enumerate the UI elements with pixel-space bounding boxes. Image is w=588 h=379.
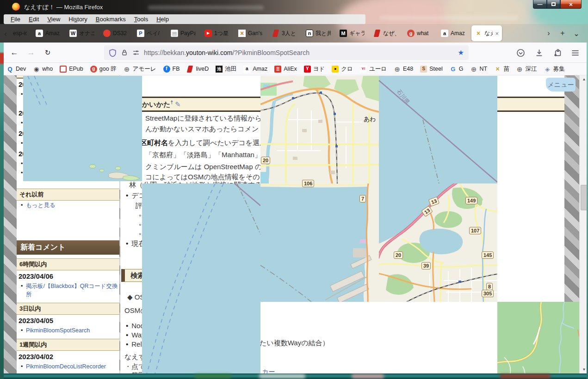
bookmark-item[interactable]: Y! ユーロ bbox=[360, 65, 387, 73]
bookmark-item[interactable]: ⊕ E48 bbox=[394, 66, 413, 73]
browser-tab[interactable]: ▤ PayPa bbox=[167, 25, 201, 41]
sidebar-row[interactable]: 掲示板/【Blackbox】QRコード交換所 bbox=[17, 281, 119, 299]
bookmark-item[interactable]: × 苗 bbox=[494, 65, 509, 73]
sidebar-row: 2023/04/06 bbox=[19, 272, 119, 281]
tab-label: DS32 bbox=[113, 30, 128, 37]
bookmark-label: goo 辞 bbox=[99, 65, 117, 73]
bookmark-item[interactable]: ◉ who bbox=[33, 66, 53, 73]
bookmark-item[interactable]: ⊕ NT bbox=[470, 66, 487, 73]
browser-tab[interactable]: ▶ 1つ星 bbox=[201, 25, 235, 41]
bookmark-item[interactable]: f FB bbox=[163, 66, 180, 73]
page-menu-button[interactable]: メニュー bbox=[546, 78, 576, 92]
bookmark-item[interactable]: G G bbox=[450, 66, 464, 73]
bookmark-item[interactable]: g goo 辞 bbox=[90, 65, 117, 73]
browser-tab[interactable]: n 我と共 bbox=[303, 25, 336, 41]
bookmark-item[interactable]: ⊕ アモーレ bbox=[124, 65, 156, 73]
menu-item[interactable]: Bookmarks bbox=[92, 15, 130, 23]
map-label: 7 bbox=[359, 195, 366, 202]
bookmark-item[interactable]: S Steel bbox=[420, 66, 443, 73]
bookmark-favicon: Y! bbox=[360, 66, 367, 73]
reload-button[interactable]: ↻ bbox=[41, 46, 55, 59]
tab-label: 1つ星 bbox=[214, 30, 229, 37]
bookmark-favicon: Q bbox=[6, 66, 13, 73]
bookmark-favicon: 池 bbox=[216, 66, 223, 73]
bookmark-item[interactable]: 池 池田 bbox=[216, 65, 236, 73]
list-tabs-icon[interactable]: ⌄ bbox=[569, 29, 583, 38]
tab-bar: ‹ esp-ic a Amaz W オナニ DS32 bbox=[0, 24, 588, 43]
tab-scroll-left-icon[interactable]: ‹ bbox=[0, 30, 11, 37]
bookmark-star-icon[interactable]: ★ bbox=[458, 49, 464, 57]
browser-tab[interactable]: × なえ × bbox=[471, 25, 502, 41]
tab-favicon: W bbox=[69, 30, 77, 37]
tab-favicon: g bbox=[407, 30, 415, 37]
browser-tab[interactable]: × Gan's bbox=[235, 25, 269, 41]
tab-label: PayPa bbox=[180, 30, 196, 37]
forward-button[interactable]: → bbox=[24, 46, 38, 59]
sidebar-row[interactable]: PikminBloomSpotSearch bbox=[17, 326, 119, 335]
browser-tab[interactable]: なぜ、 bbox=[370, 25, 404, 41]
map-tile-sea-ferry-routes bbox=[142, 183, 260, 373]
sidebar-row[interactable]: PikminBloomDecoListRecorder bbox=[17, 362, 119, 371]
browser-tab[interactable]: a Amaz bbox=[438, 25, 471, 41]
minimize-button[interactable]: — bbox=[533, 0, 547, 9]
browser-tab[interactable]: a Amaz bbox=[32, 25, 66, 41]
browser-tab[interactable]: 3人と bbox=[269, 25, 303, 41]
menu-item[interactable]: History bbox=[64, 15, 91, 23]
sidebar-row: 1週間以内 bbox=[17, 339, 119, 351]
sidebar-row[interactable]: もっと見る bbox=[17, 201, 119, 210]
menu-item[interactable]: File bbox=[6, 15, 25, 23]
maximize-button[interactable] bbox=[547, 0, 560, 9]
browser-tab[interactable]: M ギャラ bbox=[336, 25, 370, 41]
bookmark-item[interactable]: Q Dev bbox=[6, 66, 26, 73]
bookmark-item[interactable]: ⊕ 深江 bbox=[516, 65, 537, 73]
back-button[interactable]: ← bbox=[7, 46, 21, 59]
tracking-shield-icon[interactable] bbox=[109, 49, 117, 57]
bookmark-item[interactable]: ● クロ bbox=[332, 65, 353, 73]
tab-close-icon[interactable]: × bbox=[495, 30, 499, 37]
pocket-icon[interactable] bbox=[514, 47, 526, 58]
bookmark-label: AliEx bbox=[284, 66, 297, 72]
map-label: 8 bbox=[486, 283, 493, 290]
browser-tab[interactable]: DS32 bbox=[100, 25, 134, 41]
browser-tab[interactable]: P ペイ/ bbox=[134, 25, 167, 41]
bookmark-label: 深江 bbox=[526, 65, 537, 73]
tab-label: Amaz bbox=[451, 30, 466, 37]
map-label: あわ bbox=[364, 115, 376, 123]
menu-item[interactable]: Edit bbox=[25, 15, 43, 23]
bookmark-item[interactable]: liveD bbox=[186, 66, 209, 73]
lock-icon[interactable] bbox=[121, 49, 128, 56]
window-title: なえすぽ！ — Mozilla Firefox bbox=[24, 3, 103, 12]
bookmark-favicon: Y bbox=[304, 66, 311, 73]
text-line: 「京都府」「淡路島」「Manhattan」み bbox=[142, 151, 268, 159]
bookmark-label: Steel bbox=[429, 66, 443, 72]
url-bar[interactable]: https://bekkan.youton-wiki.com/?PikminBl… bbox=[104, 45, 469, 60]
bookmark-item[interactable]: Y ヨド bbox=[304, 65, 325, 73]
new-tab-button[interactable]: + bbox=[556, 29, 569, 37]
browser-tab[interactable]: W オナニ bbox=[66, 25, 100, 41]
browser-tab[interactable]: esp-ic bbox=[11, 25, 32, 41]
menu-item[interactable]: View bbox=[43, 15, 64, 23]
bookmark-favicon: ⊕ bbox=[470, 66, 477, 73]
close-button[interactable]: × bbox=[560, 0, 582, 9]
downloads-icon[interactable] bbox=[533, 47, 545, 58]
map-label: 106 bbox=[302, 180, 314, 187]
bookmark-item[interactable]: a Amaz bbox=[243, 66, 267, 73]
bookmark-item[interactable]: EPub bbox=[60, 66, 83, 73]
browser-tab[interactable]: g what bbox=[404, 25, 438, 41]
anchor-icon[interactable]: † bbox=[170, 100, 173, 105]
url-text[interactable]: https://bekkan.youton-wiki.com/?PikminBl… bbox=[144, 49, 454, 56]
bookmark-favicon: a bbox=[243, 66, 250, 73]
bookmark-label: liveD bbox=[196, 66, 209, 72]
edit-icon[interactable]: ✎ bbox=[175, 100, 181, 108]
menu-item[interactable]: Tools bbox=[130, 15, 152, 23]
bookmark-item[interactable]: ≣ AliEx bbox=[274, 66, 297, 73]
bookmark-item[interactable]: ◈ 募集 bbox=[544, 65, 565, 73]
text-line[interactable]: カー bbox=[262, 368, 275, 373]
tab-label: 3人と bbox=[282, 30, 297, 37]
hamburger-menu-icon[interactable] bbox=[569, 47, 581, 58]
extensions-icon[interactable] bbox=[551, 47, 563, 58]
tab-scroll-right-icon[interactable]: › bbox=[542, 29, 556, 37]
permissions-icon[interactable] bbox=[132, 49, 140, 56]
taskbar-blur bbox=[259, 374, 305, 378]
menu-item[interactable]: Help bbox=[152, 15, 173, 23]
